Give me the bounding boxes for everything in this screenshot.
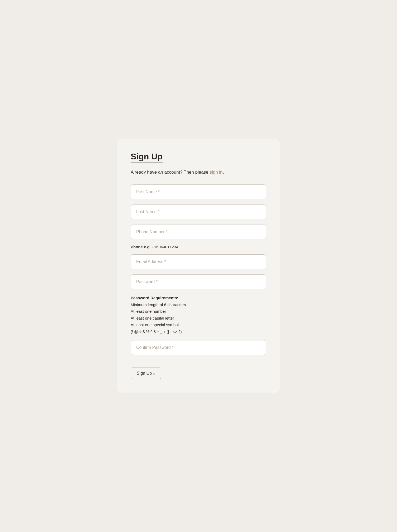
confirm-password-input[interactable]	[131, 340, 266, 355]
first-name-input[interactable]	[131, 184, 266, 199]
first-name-group	[131, 184, 266, 199]
phone-hint: Phone e.g. +16044011234	[131, 245, 266, 249]
req-rule-2: At least one number	[131, 309, 166, 314]
confirm-password-group	[131, 340, 266, 355]
signup-button[interactable]: Sign Up »	[131, 368, 161, 379]
phone-input[interactable]	[131, 225, 266, 239]
req-rule-1: Minimum length of 6 characters	[131, 302, 186, 307]
password-group	[131, 274, 266, 289]
last-name-group	[131, 205, 266, 219]
last-name-input[interactable]	[131, 205, 266, 219]
phone-group	[131, 225, 266, 239]
req-symbols: (! @ # $ % ^ & * _ + {} : <> ?)	[131, 329, 182, 334]
signup-card: Sign Up Already have an account? Then pl…	[117, 139, 280, 393]
email-group	[131, 254, 266, 269]
signup-form: Phone e.g. +16044011234 Password Require…	[131, 184, 266, 379]
password-input[interactable]	[131, 274, 266, 289]
page-title: Sign Up	[131, 152, 163, 163]
password-requirements: Password Requirements: Minimum length of…	[131, 294, 266, 335]
signin-link[interactable]: sign in	[210, 170, 223, 175]
req-rule-3: At least one capital letter	[131, 316, 174, 320]
signin-prompt: Already have an account? Then please sig…	[131, 170, 266, 175]
req-rule-4: At least one special symbol	[131, 322, 179, 327]
email-input[interactable]	[131, 254, 266, 269]
